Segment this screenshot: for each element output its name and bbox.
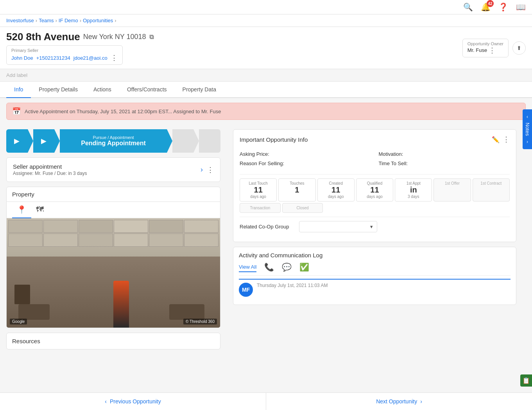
notes-bottom-icon[interactable]: 📋 xyxy=(520,374,532,376)
property-label: Property xyxy=(12,191,34,198)
time-to-sell-item: Time To Sell: xyxy=(379,160,510,166)
coop-row: Related Co-Op Group ▾ xyxy=(240,217,510,236)
pipeline-step-1[interactable]: ▶ xyxy=(6,129,28,153)
seller-email[interactable]: jdoe21@aoi.co xyxy=(73,55,107,61)
notification-icon[interactable]: 🔔 42 xyxy=(481,2,491,12)
alert-banner: 📅 Active Appointment on Thursday, July 1… xyxy=(6,103,526,120)
tab-property-details[interactable]: Property Details xyxy=(31,82,86,98)
stat-1st-contract: 1st Contract xyxy=(473,178,510,201)
stats-container: Last Touch 11 days ago Touches 1 Created… xyxy=(240,178,510,201)
motivation-item: Motivation: xyxy=(379,151,510,157)
edit-icon[interactable]: ✏️ xyxy=(492,136,500,143)
stat-1st-appt: 1st Appt in 3 days xyxy=(395,178,432,201)
appointment-chevron-right[interactable]: › xyxy=(201,166,203,174)
breadcrumb-if-demo[interactable]: IF Demo xyxy=(59,18,78,23)
stat-touches: Touches 1 xyxy=(278,178,315,201)
notes-sidebar[interactable]: ‹ Notes › xyxy=(523,109,532,149)
opportunity-owner-name: Mr. Fuse xyxy=(468,47,487,53)
seller-name[interactable]: John Doe xyxy=(11,55,33,61)
stat-transaction: Transaction xyxy=(240,203,281,213)
opportunity-owner-block: Opportunity Owner Mr. Fuse ⋮ xyxy=(462,39,509,57)
seller-phone[interactable]: +15021231234 xyxy=(36,55,70,61)
address-subtitle: New York NY 10018 xyxy=(83,33,146,41)
important-info-title: Important Opportunity Info xyxy=(240,136,308,143)
stat-1st-offer: 1st Offer xyxy=(433,178,471,201)
stat-last-touch: Last Touch 11 days ago xyxy=(240,178,277,201)
property-section: Property 📍 🗺 xyxy=(6,187,220,328)
coop-select[interactable]: ▾ xyxy=(299,221,377,232)
activity-log-title: Activity and Communication Log xyxy=(239,252,322,258)
copy-icon[interactable]: ⧉ xyxy=(149,34,154,41)
pipeline-bar: ▶ ▶ Pursue / Appointment Pending Appoint… xyxy=(6,129,220,153)
resources-label: Resources xyxy=(12,338,215,344)
resources-section: Resources xyxy=(6,333,220,349)
tab-offers-contracts[interactable]: Offers/Contracts xyxy=(119,82,175,98)
activity-tab-phone[interactable]: 📞 xyxy=(264,262,274,272)
pipeline-step-2[interactable]: ▶ xyxy=(33,129,55,153)
tab-info[interactable]: Info xyxy=(6,82,31,98)
appointment-subtitle: Assignee: Mr. Fuse / Due: in 3 days xyxy=(13,171,87,176)
info-menu-dots[interactable]: ⋮ xyxy=(503,135,510,144)
property-title: 520 8th Avenue New York NY 10018 ⧉ xyxy=(6,31,154,43)
breadcrumb-investorfuse[interactable]: Investorfuse xyxy=(6,18,34,23)
activity-tab-check[interactable]: ✅ xyxy=(299,262,309,272)
coop-dropdown-icon: ▾ xyxy=(370,224,373,230)
calendar-icon: 📅 xyxy=(12,107,21,116)
pipeline-step-main[interactable]: Pursue / Appointment Pending Appointment xyxy=(60,129,167,153)
important-info-card: Important Opportunity Info ✏️ ⋮ Asking P… xyxy=(233,129,516,242)
appointment-title: Seller appointment xyxy=(13,163,87,170)
reason-item: Reason For Selling: xyxy=(240,160,371,166)
notes-chevron-up: ‹ xyxy=(527,114,528,119)
threshold-watermark: © Threshold 360 xyxy=(183,319,217,324)
stat-created: Created 11 days ago xyxy=(317,178,355,201)
property-image: Google © Threshold 360 xyxy=(7,218,220,328)
share-button[interactable]: ⬆ xyxy=(512,41,526,55)
breadcrumb: Investorfuse › Teams › IF Demo › Opportu… xyxy=(0,14,532,27)
tab-property-data[interactable]: Property Data xyxy=(175,82,224,98)
seller-appointment-card: Seller appointment Assignee: Mr. Fuse / … xyxy=(6,157,220,182)
appointment-menu-dots[interactable]: ⋮ xyxy=(207,166,214,174)
property-tab-map[interactable]: 🗺 xyxy=(31,202,48,218)
breadcrumb-opportunities[interactable]: Opportunities xyxy=(83,18,113,23)
activity-entry: MF Thursday July 1st, 2021 11:03 AM xyxy=(239,279,511,300)
asking-price-item: Asking Price: xyxy=(240,151,371,157)
property-tab-pin[interactable]: 📍 xyxy=(12,202,31,218)
breadcrumb-teams[interactable]: Teams xyxy=(39,18,54,23)
notification-badge: 42 xyxy=(487,0,494,7)
activity-timestamp: Thursday July 1st, 2021 11:03 AM xyxy=(257,283,328,288)
pipeline-main-label: Pending Appointment xyxy=(81,140,146,147)
pipeline-step-5[interactable] xyxy=(199,129,220,153)
main-tabs: Info Property Details Actions Offers/Con… xyxy=(0,82,532,98)
activity-tab-view-all[interactable]: View All xyxy=(239,262,256,272)
help-icon[interactable]: ❓ xyxy=(498,2,508,12)
notes-chevron-down: › xyxy=(527,139,528,144)
owner-menu-dots[interactable]: ⋮ xyxy=(489,46,496,55)
book-icon[interactable]: 📖 xyxy=(516,2,526,12)
search-icon[interactable]: 🔍 xyxy=(463,2,473,12)
activity-tab-message[interactable]: 💬 xyxy=(282,262,292,272)
notes-label: Notes xyxy=(525,123,530,136)
stat-qualified: Qualified 11 days ago xyxy=(356,178,393,201)
stat-closed: Closed xyxy=(282,203,323,213)
stats-row-2: Transaction Closed xyxy=(240,203,510,213)
alert-text: Active Appointment on Thursday, July 15,… xyxy=(25,109,221,114)
add-label[interactable]: Add label xyxy=(0,69,532,82)
google-watermark: Google xyxy=(10,319,27,324)
seller-block: Primary Seller John Doe +15021231234 jdo… xyxy=(6,45,123,65)
pipeline-step-4[interactable] xyxy=(172,129,194,153)
activity-section: Activity and Communication Log View All … xyxy=(233,247,516,305)
tab-actions[interactable]: Actions xyxy=(86,82,119,98)
seller-menu-dots[interactable]: ⋮ xyxy=(111,53,118,62)
activity-avatar: MF xyxy=(239,283,253,297)
pipeline-title: Pursue / Appointment xyxy=(93,135,134,140)
